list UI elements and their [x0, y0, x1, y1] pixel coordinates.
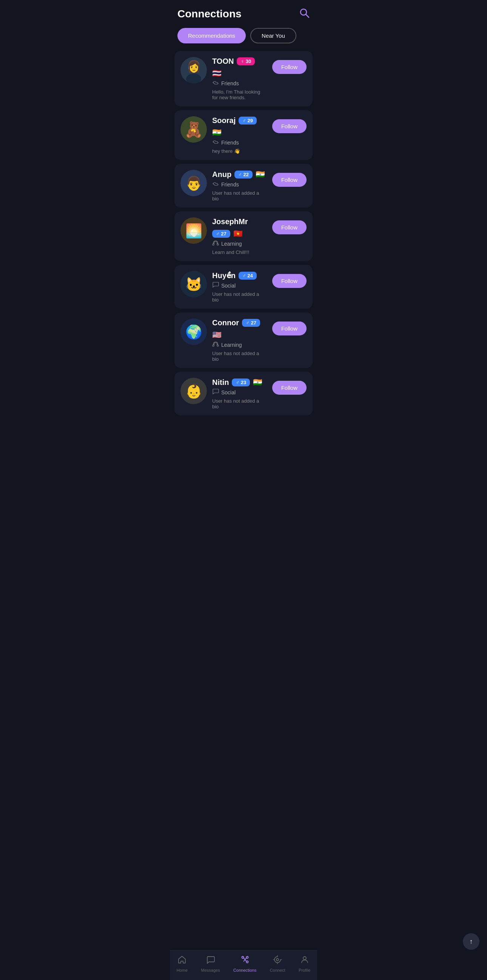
follow-button-josephmr[interactable]: Follow — [272, 220, 307, 234]
flag-connor: 🇺🇸 — [212, 330, 221, 339]
avatar-sooraj: 🧸 — [180, 116, 207, 143]
flag-sooraj: 🇮🇳 — [212, 128, 221, 137]
interest-icon-huyen — [212, 282, 219, 290]
user-name-row-toon: TOON ♀ 30 🇹🇭 — [212, 57, 267, 78]
card-right-connor: Follow — [272, 318, 307, 336]
connections-icon — [240, 955, 250, 966]
user-interest-huyen: Social — [212, 282, 267, 290]
messages-icon — [206, 955, 215, 966]
nav-profile[interactable]: Profile — [299, 955, 310, 972]
follow-button-sooraj[interactable]: Follow — [272, 119, 307, 133]
user-name-josephmr: JosephMr — [212, 217, 248, 226]
interest-label-josephmr: Learning — [221, 241, 242, 247]
flag-nitin: 🇮🇳 — [253, 378, 263, 387]
interest-label-sooraj: Friends — [221, 140, 239, 146]
user-interest-toon: Friends — [212, 79, 267, 88]
user-card-sooraj: 🧸 Sooraj ♂ 29 🇮🇳 Friends hey there 👋 Fol… — [174, 110, 313, 160]
flag-josephmr: 🇻🇳 — [233, 229, 243, 238]
nav-connections[interactable]: Connections — [233, 955, 256, 972]
flag-toon: 🇹🇭 — [212, 69, 221, 78]
user-name-row-sooraj: Sooraj ♂ 29 🇮🇳 — [212, 116, 267, 137]
user-interest-josephmr: Learning — [212, 240, 267, 248]
follow-button-connor[interactable]: Follow — [272, 321, 307, 336]
user-interest-connor: Learning — [212, 341, 267, 349]
user-name-connor: Connor — [212, 318, 239, 327]
gender-age-badge-sooraj: ♂ 29 — [239, 117, 257, 124]
user-name-row-nitin: Nitin ♂ 23 🇮🇳 — [212, 378, 267, 387]
gender-age-badge-huyen: ♂ 24 — [239, 272, 257, 280]
follow-button-nitin[interactable]: Follow — [272, 381, 307, 395]
gender-age-badge-josephmr: ♂ 27 — [212, 230, 230, 238]
nav-messages-label: Messages — [201, 968, 220, 972]
svg-rect-13 — [217, 244, 219, 245]
user-info-toon: TOON ♀ 30 🇹🇭 Friends Hello, I'm Thai loo… — [212, 57, 267, 100]
follow-button-toon[interactable]: Follow — [272, 60, 307, 74]
user-card-huyen: 🐱 Huyền ♂ 24 Social User has not added a… — [174, 265, 313, 309]
user-info-sooraj: Sooraj ♂ 29 🇮🇳 Friends hey there 👋 — [212, 116, 267, 154]
card-right-nitin: Follow — [272, 378, 307, 395]
interest-icon-anup — [212, 180, 219, 189]
nav-profile-label: Profile — [299, 968, 310, 972]
gender-age-badge-nitin: ♂ 23 — [232, 379, 250, 387]
interest-label-nitin: Social — [221, 390, 236, 396]
interest-label-huyen: Social — [221, 283, 236, 289]
svg-rect-12 — [213, 244, 214, 245]
user-card-toon: 👩 TOON ♀ 30 🇹🇭 Friends Hello, I'm Thai l… — [174, 51, 313, 107]
interest-icon-connor — [212, 341, 219, 349]
avatar-nitin: 👶 — [180, 378, 207, 404]
user-name-row-connor: Connor ♂ 27 🇺🇸 — [212, 318, 267, 339]
card-right-anup: Follow — [272, 170, 307, 187]
svg-text:🧸: 🧸 — [184, 120, 203, 138]
follow-button-anup[interactable]: Follow — [272, 173, 307, 187]
user-interest-anup: Friends — [212, 180, 267, 189]
svg-text:👩: 👩 — [187, 60, 201, 73]
user-info-connor: Connor ♂ 27 🇺🇸 Learning User has not add… — [212, 318, 267, 362]
profile-icon — [300, 955, 309, 966]
flag-anup: 🇮🇳 — [256, 170, 265, 179]
card-right-sooraj: Follow — [272, 116, 307, 133]
tab-bar: Recommendations Near You — [170, 24, 317, 51]
card-right-josephmr: Follow — [272, 217, 307, 234]
search-icon[interactable] — [299, 8, 310, 21]
user-name-row-josephmr: JosephMr ♂ 27 🇻🇳 — [212, 217, 267, 238]
user-name-huyen: Huyền — [212, 271, 236, 280]
svg-line-1 — [306, 14, 309, 18]
svg-rect-19 — [217, 345, 219, 347]
user-bio-nitin: User has not added a bio — [212, 398, 267, 409]
tab-near-you[interactable]: Near You — [250, 28, 296, 43]
user-bio-toon: Hello, I'm Thai looking for new friends. — [212, 89, 267, 100]
user-card-anup: 👨 Anup ♂ 22 🇮🇳 Friends User has not adde… — [174, 164, 313, 208]
user-info-anup: Anup ♂ 22 🇮🇳 Friends User has not added … — [212, 170, 267, 202]
user-name-anup: Anup — [212, 170, 231, 179]
user-name-row-anup: Anup ♂ 22 🇮🇳 — [212, 170, 267, 179]
avatar-connor: 🌍 — [180, 318, 207, 345]
avatar-toon: 👩 — [180, 57, 207, 83]
gender-age-badge-connor: ♂ 27 — [242, 319, 260, 327]
user-name-row-huyen: Huyền ♂ 24 — [212, 271, 267, 280]
user-bio-sooraj: hey there 👋 — [212, 148, 267, 154]
tab-recommendations[interactable]: Recommendations — [177, 28, 246, 43]
svg-text:👶: 👶 — [185, 383, 202, 399]
user-info-huyen: Huyền ♂ 24 Social User has not added a b… — [212, 271, 267, 303]
svg-text:🐱: 🐱 — [185, 276, 202, 293]
svg-text:🌍: 🌍 — [185, 324, 202, 340]
page-title: Connections — [177, 8, 242, 20]
user-card-josephmr: 🌅 JosephMr ♂ 27 🇻🇳 Learning Learn and Ch… — [174, 211, 313, 261]
nav-messages[interactable]: Messages — [201, 955, 220, 972]
follow-button-huyen[interactable]: Follow — [272, 274, 307, 288]
nav-connect[interactable]: Connect — [270, 955, 285, 972]
user-interest-nitin: Social — [212, 388, 267, 397]
user-bio-anup: User has not added a bio — [212, 190, 267, 202]
interest-label-toon: Friends — [221, 80, 239, 86]
svg-text:🌅: 🌅 — [185, 223, 202, 239]
user-list: 👩 TOON ♀ 30 🇹🇭 Friends Hello, I'm Thai l… — [170, 51, 317, 453]
user-info-josephmr: JosephMr ♂ 27 🇻🇳 Learning Learn and Chil… — [212, 217, 267, 255]
nav-home[interactable]: Home — [177, 955, 188, 972]
user-bio-huyen: User has not added a bio — [212, 291, 267, 303]
gender-age-badge-anup: ♂ 22 — [234, 170, 253, 178]
interest-label-anup: Friends — [221, 181, 239, 188]
user-interest-sooraj: Friends — [212, 138, 267, 147]
svg-rect-18 — [213, 345, 214, 347]
user-name-sooraj: Sooraj — [212, 116, 236, 125]
user-bio-connor: User has not added a bio — [212, 350, 267, 362]
